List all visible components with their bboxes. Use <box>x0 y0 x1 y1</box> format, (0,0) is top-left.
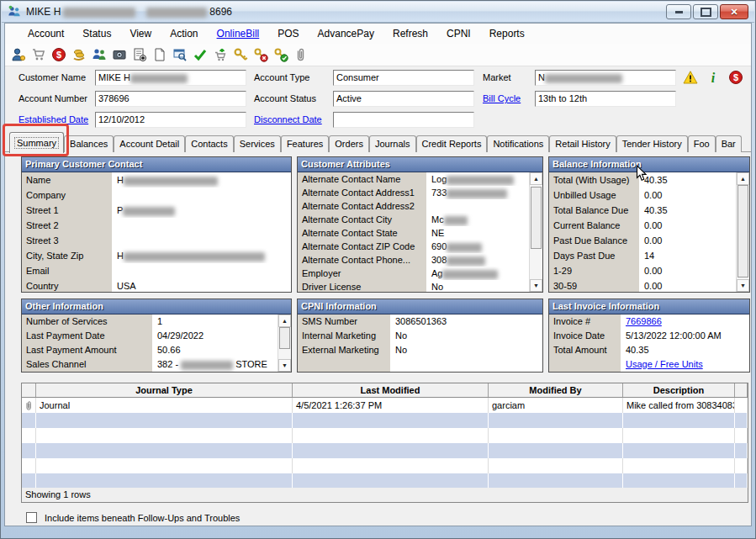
column-header-last-modified[interactable]: Last Modified <box>293 383 489 397</box>
row-value: 308 <box>426 253 530 267</box>
scrollbar[interactable]: ▲▼ <box>529 172 542 292</box>
dollar-stop-icon[interactable]: $ <box>728 70 743 85</box>
tab-credit-reports[interactable]: Credit Reports <box>416 135 488 152</box>
scrollbar[interactable]: ▲▼ <box>736 172 749 292</box>
label-account-status: Account Status <box>254 91 316 107</box>
scroll-thumb[interactable] <box>279 327 290 349</box>
svg-text:i: i <box>711 71 716 85</box>
row-value: 733 <box>426 186 530 199</box>
customer-icon[interactable] <box>9 46 27 64</box>
warning-icon[interactable] <box>683 70 698 85</box>
attachment-icon[interactable] <box>292 46 309 64</box>
row-label: Total (With Usage) <box>549 172 639 188</box>
row-label: Sales Channel <box>22 357 152 372</box>
journal-empty-row[interactable] <box>22 443 748 458</box>
link-bill-cycle[interactable]: Bill Cycle <box>483 91 521 107</box>
field-account-number[interactable]: 378696 <box>95 91 246 107</box>
tab-label: Services <box>240 139 275 149</box>
row-value: 3086501363 <box>390 314 542 329</box>
tab-contacts[interactable]: Contacts <box>185 135 233 152</box>
tab-account-detail[interactable]: Account Detail <box>114 135 185 152</box>
info-icon[interactable]: i <box>706 70 721 85</box>
tab-retail-history[interactable]: Retail History <box>549 135 616 152</box>
menu-account[interactable]: Account <box>19 24 73 43</box>
close-button[interactable]: ✕ <box>720 4 748 19</box>
scroll-thumb[interactable] <box>737 185 748 277</box>
panel-row: Last Payment Date04/29/2022 <box>22 329 278 343</box>
row-value: P <box>112 203 291 218</box>
row-value-link[interactable]: Usage / Free Units <box>621 357 749 372</box>
cart-up-icon[interactable] <box>211 46 229 64</box>
tab-services[interactable]: Services <box>234 135 281 152</box>
scroll-down-button[interactable]: ▼ <box>737 279 749 292</box>
redacted-text <box>447 243 482 252</box>
maximize-button[interactable] <box>693 4 718 19</box>
row-value: 0.00 <box>639 218 737 233</box>
menu-pos[interactable]: POS <box>268 24 308 43</box>
column-header-blank[interactable] <box>735 383 748 397</box>
field-bill-cycle[interactable]: 13th to 12th <box>535 91 676 107</box>
column-header-journal-type[interactable]: Journal Type <box>36 383 293 397</box>
dollar-icon[interactable]: $ <box>50 46 67 64</box>
field-customer-name[interactable]: MIKE H <box>95 70 246 86</box>
tab-bar[interactable]: Bar <box>716 135 742 152</box>
scroll-thumb[interactable] <box>531 187 542 249</box>
column-header-modified-by[interactable]: Modified By <box>489 383 623 397</box>
include-followups-row: Include items beneath Follow-Ups and Tro… <box>26 512 240 523</box>
row-label: Internal Marketing <box>298 329 390 343</box>
field-market[interactable]: N <box>535 70 676 86</box>
key-deny-icon[interactable] <box>251 46 269 64</box>
column-header-description[interactable]: Description <box>623 383 735 397</box>
tab-journals[interactable]: Journals <box>369 135 416 152</box>
column-header-blank[interactable] <box>22 383 36 397</box>
scroll-down-button[interactable]: ▼ <box>530 279 542 292</box>
check-icon[interactable] <box>191 46 209 64</box>
key-allow-icon[interactable] <box>272 46 289 64</box>
include-followups-checkbox[interactable] <box>26 512 37 523</box>
minimize-button[interactable] <box>666 4 691 19</box>
panel-row: Total Amount40.35 <box>549 343 749 357</box>
menu-reports[interactable]: Reports <box>480 24 534 43</box>
journal-row[interactable]: Journal4/5/2021 1:26:37 PMgarciamMike ca… <box>22 398 748 413</box>
row-value: 382 - STORE <box>152 357 278 372</box>
menu-advancepay[interactable]: AdvancePay <box>309 24 383 43</box>
journal-empty-row[interactable] <box>22 473 748 489</box>
tab-orders[interactable]: Orders <box>329 135 369 152</box>
application-window: { "window": { "title": { "pre": "MIKE H"… <box>0 0 756 539</box>
contacts-icon[interactable] <box>90 46 108 64</box>
tab-tender-history[interactable]: Tender History <box>616 135 688 152</box>
document-icon[interactable] <box>151 46 168 64</box>
tab-foo[interactable]: Foo <box>688 135 716 152</box>
scrollbar[interactable]: ▲▼ <box>278 314 291 372</box>
journal-empty-row[interactable] <box>22 458 748 473</box>
payment-icon[interactable] <box>70 46 87 64</box>
svg-text:$: $ <box>56 50 61 60</box>
tab-notifications[interactable]: Notifications <box>487 135 549 152</box>
field-account-status[interactable]: Active <box>333 91 474 107</box>
journal-empty-row[interactable] <box>22 428 748 443</box>
scroll-up-button[interactable]: ▲ <box>530 172 542 185</box>
order-add-icon[interactable] <box>130 46 148 64</box>
label-market: Market <box>483 70 511 86</box>
menu-onlinebill[interactable]: OnlineBill <box>208 24 269 43</box>
scroll-up-button[interactable]: ▲ <box>737 172 749 185</box>
field-account-type[interactable]: Consumer <box>333 70 474 86</box>
journal-empty-row[interactable] <box>22 413 748 428</box>
menu-refresh[interactable]: Refresh <box>383 24 437 43</box>
preview-icon[interactable] <box>171 46 188 64</box>
scroll-down-button[interactable]: ▼ <box>278 359 291 372</box>
scroll-up-button[interactable]: ▲ <box>278 314 291 327</box>
menu-action[interactable]: Action <box>161 24 207 43</box>
menu-view[interactable]: View <box>120 24 161 43</box>
tab-features[interactable]: Features <box>281 135 329 152</box>
cart-icon[interactable] <box>29 46 47 64</box>
camera-icon[interactable] <box>110 46 128 64</box>
row-value: 40.35 <box>639 172 737 188</box>
row-label: Number of Services <box>22 314 152 329</box>
menu-cpni[interactable]: CPNI <box>437 24 480 43</box>
tab-balances[interactable]: Balances <box>64 135 114 152</box>
menu-status[interactable]: Status <box>73 24 120 43</box>
key-icon[interactable] <box>231 46 249 64</box>
row-value-link[interactable]: 7669866 <box>621 314 749 329</box>
tab-summary[interactable]: Summary <box>9 132 64 153</box>
